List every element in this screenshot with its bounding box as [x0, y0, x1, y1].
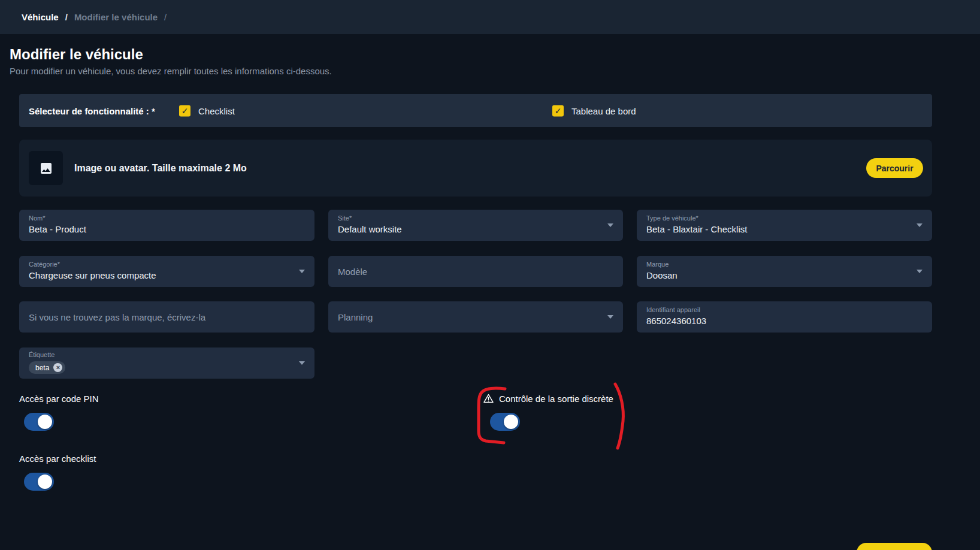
- chevron-down-icon: [299, 361, 305, 365]
- field-label: Identifiant appareil: [646, 306, 912, 313]
- field-label: Étiquette: [29, 351, 294, 358]
- name-field[interactable]: Nom* Beta - Product: [19, 210, 314, 241]
- chevron-down-icon: [299, 270, 305, 273]
- device-id-field[interactable]: Identifiant appareil 865024360103: [637, 301, 932, 333]
- chevron-down-icon: [607, 315, 613, 319]
- field-value: Doosan: [646, 270, 912, 280]
- field-label: Marque: [646, 261, 912, 268]
- feature-selector-label: Sélecteur de fonctionnalité : *: [29, 105, 155, 116]
- checkbox-checklist-option[interactable]: ✓ Checklist: [179, 105, 235, 116]
- category-select[interactable]: Catégorie* Chargeuse sur pneus compacte: [19, 256, 314, 287]
- field-value: Beta - Product: [29, 224, 294, 234]
- field-label: Type de véhicule*: [646, 214, 912, 222]
- checkbox-checked-icon[interactable]: ✓: [179, 105, 190, 116]
- planning-select[interactable]: Planning: [328, 301, 623, 333]
- pin-access-label: Accès par code PIN: [19, 394, 99, 404]
- topbar: Véhicule / Modifier le véhicule /: [0, 0, 980, 34]
- pin-access-toggle[interactable]: [24, 413, 54, 431]
- toggle-knob: [38, 415, 52, 429]
- feature-selector-bar: Sélecteur de fonctionnalité : * ✓ Checkl…: [19, 94, 932, 127]
- field-value: Beta - Blaxtair - Checklist: [646, 224, 912, 234]
- vehicle-type-select[interactable]: Type de véhicule* Beta - Blaxtair - Chec…: [637, 210, 932, 241]
- checkbox-tableau-de-bord-option[interactable]: ✓ Tableau de bord: [552, 105, 636, 116]
- chevron-down-icon: [917, 270, 922, 273]
- breadcrumb-vehicule[interactable]: Véhicule: [22, 12, 59, 22]
- upload-instruction-text: Image ou avatar. Taille maximale 2 Mo: [74, 163, 247, 174]
- checkbox-label: Tableau de bord: [571, 105, 636, 116]
- chevron-down-icon: [607, 223, 613, 227]
- brand-select[interactable]: Marque Doosan: [637, 256, 932, 287]
- field-placeholder: Modèle: [338, 267, 367, 277]
- warning-icon: [483, 393, 494, 404]
- custom-brand-input[interactable]: Si vous ne trouvez pas la marque, écrive…: [19, 301, 314, 333]
- toggle-knob: [504, 415, 518, 429]
- remove-tag-icon[interactable]: ×: [53, 363, 62, 372]
- browse-button[interactable]: Parcourir: [866, 158, 923, 178]
- site-select[interactable]: Site* Default worksite: [328, 210, 623, 241]
- image-placeholder-box: [29, 151, 63, 185]
- discrete-output-label: Contrôle de la sortie discrète: [499, 394, 613, 404]
- field-label: Nom*: [29, 214, 294, 222]
- save-button-partial[interactable]: [857, 543, 932, 550]
- field-value: 865024360103: [646, 316, 912, 326]
- checklist-access-toggle[interactable]: [24, 473, 54, 491]
- tag-chip-label: beta: [35, 364, 49, 372]
- field-value: Chargeuse sur pneus compacte: [29, 270, 294, 280]
- page-subtitle: Pour modifier un véhicule, vous devez re…: [10, 66, 332, 76]
- field-label: Catégorie*: [29, 261, 294, 268]
- field-placeholder: Si vous ne trouvez pas la marque, écrive…: [29, 312, 205, 322]
- field-value: Default worksite: [338, 224, 603, 234]
- tag-chip[interactable]: beta ×: [29, 361, 65, 374]
- chevron-down-icon: [917, 223, 922, 227]
- breadcrumb-separator: /: [164, 12, 167, 22]
- tag-select[interactable]: Étiquette beta ×: [19, 347, 314, 379]
- checkbox-checked-icon[interactable]: ✓: [552, 105, 564, 116]
- page-title: Modifier le véhicule: [10, 46, 143, 63]
- discrete-output-label-row: Contrôle de la sortie discrète: [483, 393, 613, 404]
- checkbox-label: Checklist: [198, 105, 235, 116]
- toggle-knob: [38, 475, 52, 489]
- field-label: Site*: [338, 214, 603, 222]
- image-upload-card: Image ou avatar. Taille maximale 2 Mo Pa…: [19, 140, 932, 197]
- breadcrumb-modifier-le-vehicule[interactable]: Modifier le véhicule: [74, 12, 158, 22]
- vehicle-edit-page: Véhicule / Modifier le véhicule / Modifi…: [0, 0, 980, 550]
- discrete-output-toggle[interactable]: [490, 413, 520, 431]
- image-icon: [39, 161, 53, 176]
- field-placeholder: Planning: [338, 312, 373, 322]
- model-input[interactable]: Modèle: [328, 256, 623, 287]
- checklist-access-label: Accès par checklist: [19, 454, 96, 464]
- breadcrumb-separator: /: [65, 12, 68, 22]
